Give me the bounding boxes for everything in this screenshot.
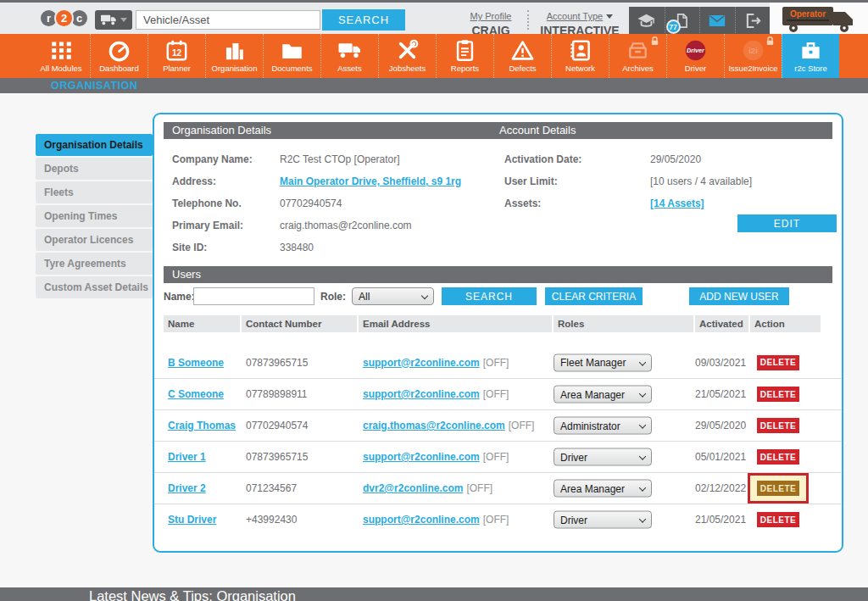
delete-button[interactable]: DELETE bbox=[757, 512, 799, 527]
chevron-down-icon bbox=[639, 421, 646, 428]
user-name-link[interactable]: Stu Driver bbox=[168, 514, 216, 526]
activated-cell: 29/05/2020 bbox=[695, 420, 746, 431]
nav-item-all-modules[interactable]: All Modules bbox=[32, 34, 90, 78]
nav-item-network[interactable]: Network bbox=[551, 34, 609, 78]
operator-mode-badge[interactable]: Operator bbox=[770, 3, 868, 34]
roles-cell: Area Manager bbox=[554, 480, 652, 498]
user-name-link[interactable]: Driver 2 bbox=[168, 482, 206, 494]
email-link[interactable]: dvr2@r2conline.com bbox=[363, 482, 463, 494]
email-link[interactable]: support@r2conline.com bbox=[363, 357, 480, 369]
detail-field-row: Site ID:338480 bbox=[172, 237, 461, 259]
add-new-user-button[interactable]: ADD NEW USER bbox=[689, 287, 789, 305]
field-value-link[interactable]: [14 Assets] bbox=[650, 198, 704, 209]
sidebar-item-organisation-details[interactable]: Organisation Details bbox=[36, 134, 153, 156]
field-label: Address: bbox=[172, 175, 280, 187]
name-filter-label: Name: bbox=[164, 291, 195, 303]
role-dropdown[interactable]: Administrator bbox=[554, 417, 652, 435]
assets-truck-icon bbox=[338, 39, 361, 62]
sidebar-item-custom-asset-details[interactable]: Custom Asset Details bbox=[36, 276, 153, 298]
my-profile-link[interactable]: My Profile bbox=[470, 11, 512, 21]
nav-item-label: Organisation bbox=[212, 64, 258, 73]
nav-item-driver[interactable]: Driver bbox=[666, 34, 724, 78]
nav-item-r2c-store[interactable]: r2c Store bbox=[782, 34, 839, 78]
role-dropdown[interactable]: Driver bbox=[554, 511, 652, 529]
search-input[interactable] bbox=[136, 10, 320, 30]
r2c-logo[interactable]: r 2 c bbox=[39, 8, 89, 28]
role-dropdown-value: Fleet Manager bbox=[560, 357, 626, 369]
user-name-link[interactable]: Driver 1 bbox=[168, 451, 206, 463]
nav-item-organisation[interactable]: Organisation bbox=[205, 34, 263, 78]
name-filter-input[interactable] bbox=[193, 287, 314, 305]
delete-button[interactable]: DELETE bbox=[757, 449, 799, 465]
details-header-bar: Organisation Details Account Details bbox=[164, 122, 832, 139]
nav-item-dashboard[interactable]: Dashboard bbox=[90, 34, 147, 78]
role-dropdown[interactable]: Area Manager bbox=[554, 386, 652, 403]
nav-item-defects[interactable]: Defects bbox=[493, 34, 551, 78]
field-label: Assets: bbox=[504, 198, 650, 209]
role-filter-dropdown[interactable]: All bbox=[352, 287, 434, 305]
module-nav-bar: All ModulesDashboardPlannerOrganisationD… bbox=[0, 34, 868, 78]
users-search-button[interactable]: SEARCH bbox=[442, 287, 537, 305]
defects-warning-icon bbox=[511, 39, 534, 62]
logout-button[interactable] bbox=[735, 7, 771, 35]
sidebar-item-depots[interactable]: Depots bbox=[36, 158, 153, 180]
nav-item-archives[interactable]: Archives bbox=[609, 34, 666, 78]
user-name-link[interactable]: C Someone bbox=[168, 388, 224, 400]
role-filter-value: All bbox=[359, 291, 370, 303]
table-row: Driver 2071234567dvr2@r2conline.com[OFF]… bbox=[154, 472, 842, 504]
field-value-link[interactable]: Main Operator Drive, Sheffield, s9 1rg bbox=[280, 175, 461, 187]
nav-item-assets[interactable]: Assets bbox=[320, 34, 378, 78]
notifications-button[interactable]: 77 bbox=[665, 7, 700, 35]
email-link[interactable]: craig.thomas@r2conline.com bbox=[363, 420, 505, 431]
nav-item-issue2invoice[interactable]: Issue2Invoice bbox=[724, 34, 782, 78]
sidebar-item-opening-times[interactable]: Opening Times bbox=[36, 205, 153, 227]
delete-button[interactable]: DELETE bbox=[757, 355, 799, 370]
detail-field-row: Address:Main Operator Drive, Sheffield, … bbox=[172, 170, 461, 192]
detail-field-row: Company Name:R2C Test CTOp [Operator] bbox=[172, 148, 461, 170]
email-link[interactable]: support@r2conline.com bbox=[363, 451, 480, 463]
delete-button[interactable]: DELETE bbox=[757, 387, 799, 402]
nav-item-reports[interactable]: Reports bbox=[436, 34, 493, 78]
network-contacts-icon bbox=[569, 39, 592, 62]
chevron-down-icon bbox=[120, 18, 127, 22]
training-button[interactable] bbox=[629, 7, 665, 35]
activated-cell: 09/03/2021 bbox=[695, 357, 746, 369]
nav-item-jobsheets[interactable]: Jobsheets bbox=[378, 34, 436, 78]
nav-item-planner[interactable]: Planner bbox=[147, 34, 205, 78]
user-name-link[interactable]: B Someone bbox=[168, 357, 224, 369]
role-dropdown[interactable]: Area Manager bbox=[554, 480, 652, 498]
table-row: Stu Driver+43992430support@r2conline.com… bbox=[154, 504, 842, 535]
detail-field-row: Telephone No.07702940574 bbox=[172, 192, 461, 214]
nav-item-documents[interactable]: Documents bbox=[263, 34, 320, 78]
role-dropdown[interactable]: Fleet Manager bbox=[554, 353, 652, 371]
email-link[interactable]: support@r2conline.com bbox=[363, 388, 480, 400]
nav-item-label: Defects bbox=[509, 64, 536, 73]
column-header-activated: Activated bbox=[695, 315, 748, 332]
sidebar-item-fleets[interactable]: Fleets bbox=[36, 181, 153, 203]
user-name-link[interactable]: Craig Thomas bbox=[168, 420, 236, 431]
activated-cell: 21/05/2021 bbox=[695, 388, 746, 400]
clear-criteria-button[interactable]: CLEAR CRITERIA bbox=[545, 287, 643, 305]
search-button[interactable]: SEARCH bbox=[322, 9, 405, 31]
footer-title: Latest News & Tips: Organisation bbox=[89, 588, 296, 601]
logo-letter-2: 2 bbox=[54, 8, 74, 28]
divider bbox=[527, 10, 529, 30]
column-header-contact-number: Contact Number bbox=[242, 315, 357, 332]
sidebar-item-operator-licences[interactable]: Operator Licences bbox=[36, 229, 153, 251]
email-link[interactable]: support@r2conline.com bbox=[363, 514, 480, 526]
role-dropdown[interactable]: Driver bbox=[554, 448, 652, 466]
edit-button[interactable]: EDIT bbox=[737, 214, 837, 232]
detail-field-row: Primary Email:craig.thomas@r2conline.com bbox=[172, 214, 461, 237]
lock-icon bbox=[765, 35, 776, 46]
messages-button[interactable] bbox=[699, 7, 735, 35]
search-type-dropdown[interactable] bbox=[95, 10, 132, 30]
delete-button[interactable]: DELETE bbox=[757, 418, 799, 433]
sidebar-item-tyre-agreements[interactable]: Tyre Agreements bbox=[36, 253, 153, 275]
organisation-panel: Organisation Details Account Details Com… bbox=[153, 113, 843, 553]
email-cell: craig.thomas@r2conline.com[OFF] bbox=[363, 420, 534, 431]
account-type-block: Account Type INTERACTIVE bbox=[532, 8, 627, 37]
email-off-status: [OFF] bbox=[483, 388, 509, 400]
account-type-link[interactable]: Account Type bbox=[547, 11, 603, 21]
action-cell: DELETE bbox=[757, 512, 799, 527]
delete-button[interactable]: DELETE bbox=[757, 481, 799, 496]
